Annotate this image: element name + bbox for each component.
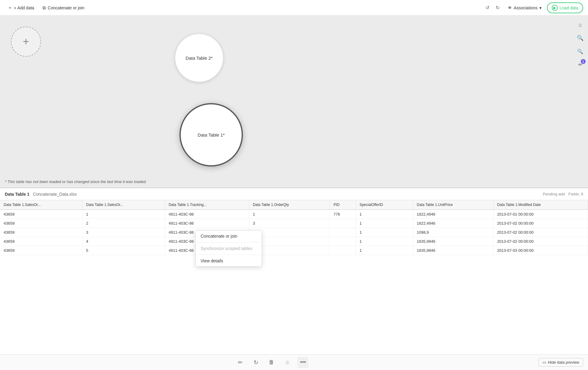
add-data-button[interactable]: ＋ + Add data — [5, 3, 37, 12]
zoom-out-button[interactable]: 🔍 — [575, 33, 586, 43]
context-menu-divider-1 — [196, 242, 262, 242]
data-header: Data Table 1 Concatenate_Data.xlsx Pendi… — [0, 188, 588, 200]
col-header-1: Data Table 1.SalesOr... — [82, 200, 165, 210]
table-row: 43659 4 4911-403C-98 1 1 1835,9946 2013-… — [0, 237, 588, 246]
table-row: 43659 5 4911-403C-98 1 1 1835,9946 2013-… — [0, 246, 588, 255]
plus-icon: + — [23, 35, 29, 48]
concatenate-join-button[interactable]: ⧉ Concatenate or join — [40, 3, 87, 12]
filter-icon-button[interactable]: ⊕ — [282, 357, 293, 368]
cell: 5 — [82, 246, 165, 255]
cell: 2013-07-02 00:00:00 — [493, 237, 588, 246]
hide-preview-icon: ▭ — [542, 360, 546, 365]
redo-button[interactable]: ↻ — [493, 3, 502, 13]
concatenate-icon: ⧉ — [43, 5, 46, 11]
chevron-down-icon: ▾ — [539, 5, 542, 10]
delete-icon-button[interactable]: 🗑 — [266, 357, 277, 368]
col-header-3: Data Table 1.OrderQty — [249, 200, 330, 210]
data-table-1-node[interactable]: Data Table 1* — [180, 103, 243, 166]
cell: 776 — [330, 210, 356, 219]
table-container[interactable]: Data Table 1.SalesOr... Data Table 1.Sal… — [0, 200, 588, 255]
toolbar-left: ＋ + Add data ⧉ Concatenate or join — [5, 3, 87, 12]
cell: 4911-403C-98 — [165, 219, 249, 228]
col-header-7: Data Table 1.Modified Date — [493, 200, 588, 210]
edit-icon-button[interactable]: ✏ — [235, 357, 246, 368]
annotation-button[interactable]: ✏ 1 — [575, 59, 586, 70]
cell: 43659 — [0, 228, 82, 237]
cell: 2013-07-02 00:00:00 — [493, 219, 588, 228]
cell: 3 — [249, 219, 330, 228]
add-icon: ＋ — [8, 5, 12, 11]
cell — [330, 219, 356, 228]
cell: 3 — [82, 228, 165, 237]
cell: 4911-403C-98 — [165, 210, 249, 219]
load-data-button[interactable]: ▶ Load data — [547, 2, 583, 13]
more-options-button[interactable]: ••• — [297, 357, 308, 368]
context-menu: Concatenate or join Synchronize scripted… — [195, 230, 262, 267]
associations-button[interactable]: 👁 Associations ▾ — [505, 4, 545, 12]
cell — [330, 228, 356, 237]
col-header-2: Data Table 1.Tracking... — [165, 200, 249, 210]
undo-redo-group: ↺ ↻ — [482, 3, 502, 13]
associations-label: Associations — [514, 5, 538, 10]
data-table-1-label: Data Table 1* — [198, 132, 225, 138]
col-header-6: Data Table 1.UnitPrice — [413, 200, 493, 210]
context-menu-divider-2 — [196, 255, 262, 255]
load-data-label: Load data — [560, 5, 578, 10]
toolbar-right: ↺ ↻ 👁 Associations ▾ ▶ Load data — [482, 2, 583, 13]
add-data-circle[interactable]: + — [11, 27, 41, 57]
right-sidebar: ⌂ 🔍 🔍 ✏ 1 — [572, 16, 588, 188]
cell: 2013-07-01 00:00:00 — [493, 210, 588, 219]
data-table-2-label: Data Table 2* — [186, 55, 213, 61]
cell: 2 — [82, 219, 165, 228]
add-data-label: + Add data — [14, 5, 34, 10]
annotation-badge: 1 — [581, 59, 586, 64]
bottom-bar-center: ✏ ↻ 🗑 ⊕ ••• — [235, 357, 308, 368]
table-row: 43659 3 4911-403C-98 1 1 1098,9 2013-07-… — [0, 228, 588, 237]
cell: 4 — [82, 237, 165, 246]
cell: 1835,9946 — [413, 246, 493, 255]
cell: 1 — [249, 210, 330, 219]
cell: 1098,9 — [413, 228, 493, 237]
cell: 43659 — [0, 210, 82, 219]
data-header-left: Data Table 1 Concatenate_Data.xlsx — [5, 192, 77, 197]
toolbar: ＋ + Add data ⧉ Concatenate or join ↺ ↻ 👁… — [0, 0, 588, 16]
cell: 43659 — [0, 246, 82, 255]
cell — [330, 237, 356, 246]
context-menu-item-view-details[interactable]: View details — [196, 255, 262, 266]
cell: 1835,9946 — [413, 237, 493, 246]
hide-preview-button[interactable]: ▭ Hide data preview — [539, 358, 583, 367]
data-table-2-node[interactable]: Data Table 2* — [175, 34, 223, 82]
bottom-bar-right: ▭ Hide data preview — [539, 358, 583, 367]
cell: 1 — [356, 246, 413, 255]
home-button[interactable]: ⌂ — [575, 19, 586, 30]
eye-icon: 👁 — [508, 5, 512, 10]
load-data-icon: ▶ — [552, 5, 558, 11]
zoom-in-button[interactable]: 🔍 — [575, 46, 586, 57]
pending-add-label: Pending add — [543, 192, 565, 196]
data-file-name: Concatenate_Data.xlsx — [33, 192, 77, 197]
cell: 1 — [356, 219, 413, 228]
cell: 43659 — [0, 219, 82, 228]
cell: 1 — [356, 228, 413, 237]
table-row: 43659 2 4911-403C-98 3 1 1822,4946 2013-… — [0, 219, 588, 228]
cell — [330, 246, 356, 255]
data-header-right: Pending add Fields: 8 — [543, 192, 583, 196]
fields-count-label: Fields: 8 — [568, 192, 583, 196]
warning-text: * This table has not been loaded or has … — [5, 179, 147, 184]
cell: 1 — [356, 210, 413, 219]
cell: 1 — [356, 237, 413, 246]
bottom-bar: ✏ ↻ 🗑 ⊕ ••• ▭ Hide data preview — [0, 354, 588, 370]
undo-button[interactable]: ↺ — [482, 3, 492, 13]
data-table: Data Table 1.SalesOr... Data Table 1.Sal… — [0, 200, 588, 255]
cell: 43659 — [0, 237, 82, 246]
refresh-icon-button[interactable]: ↻ — [250, 357, 261, 368]
col-header-0: Data Table 1.SalesOr... — [0, 200, 82, 210]
data-section: Data Table 1 Concatenate_Data.xlsx Pendi… — [0, 188, 588, 370]
cell: 2013-07-02 00:00:00 — [493, 228, 588, 237]
context-menu-item-concatenate[interactable]: Concatenate or join — [196, 231, 262, 242]
col-header-4: PID — [330, 200, 356, 210]
table-header-row: Data Table 1.SalesOr... Data Table 1.Sal… — [0, 200, 588, 210]
cell: 1 — [82, 210, 165, 219]
cell: 1822,4946 — [413, 210, 493, 219]
table-wrapper: Data Table 1.SalesOr... Data Table 1.Sal… — [0, 200, 588, 354]
